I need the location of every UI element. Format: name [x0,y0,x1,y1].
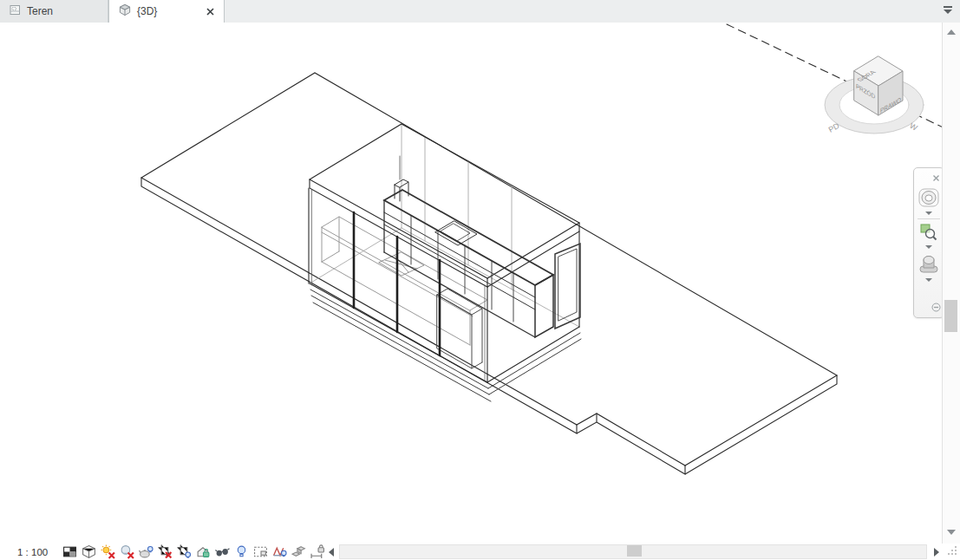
3d-mouse-dropdown-icon[interactable] [925,278,932,282]
temporary-view-properties-icon[interactable] [252,544,268,559]
tab-3d[interactable]: {3D} [108,0,225,23]
mullions [354,212,440,355]
close-icon[interactable] [206,7,215,16]
tab-label: Teren [27,5,53,17]
rendering-dialog-icon[interactable] [138,544,153,559]
tab-label: {3D} [137,5,157,17]
terrain-plate [141,73,837,474]
show-crop-region-icon[interactable] [176,544,192,559]
view-tab-bar: Teren {3D} [0,0,960,23]
displacement-sets-icon[interactable] [291,544,306,559]
window-resize-grip[interactable] [946,544,958,560]
scale-button[interactable]: 1 : 100 [17,547,48,557]
reveal-hidden-elements-icon[interactable] [233,544,249,559]
temporary-hide-isolate-icon[interactable] [214,544,230,559]
3d-view-icon [118,3,132,19]
scroll-down-icon[interactable] [947,530,956,535]
vertical-scroll-thumb[interactable] [944,300,957,332]
navigation-bar [913,167,943,318]
horizontal-scroll-thumb[interactable] [627,545,642,557]
drawing-area[interactable]: PD W GÓRA PRZÓD PRAWO [0,23,943,544]
horizontal-scrollbar[interactable] [339,544,927,559]
zoom-region-button[interactable] [918,222,939,243]
reveal-constraints-icon[interactable] [310,544,325,559]
door-frame [555,244,580,329]
sun-path-off-icon[interactable] [100,544,115,559]
model-wireframe: PD W GÓRA PRZÓD PRAWO [0,23,943,544]
shadows-off-icon[interactable] [119,544,134,559]
analytical-model-icon[interactable] [271,544,287,559]
navbar-close-icon[interactable] [932,170,940,186]
zoom-dropdown-icon[interactable] [925,245,932,249]
visual-style-icon[interactable] [81,544,96,559]
navbar-minimize-icon[interactable] [931,300,941,316]
tab-list-dropdown-icon[interactable] [943,5,953,16]
tab-teren[interactable]: Teren [0,0,108,23]
steering-wheel-dropdown-icon[interactable] [925,212,932,215]
scroll-right-icon[interactable] [934,548,939,557]
collapse-toolbar-icon[interactable] [329,548,334,557]
steering-wheel-button[interactable] [918,186,940,209]
vertical-scrollbar[interactable] [942,23,960,544]
scroll-up-icon[interactable] [947,29,956,35]
viewcube[interactable]: PD W GÓRA PRZÓD PRAWO [825,56,924,134]
3d-mouse-button[interactable] [918,251,940,276]
unlocked-3d-view-icon[interactable] [195,544,211,559]
building-shell [309,124,579,382]
crop-view-off-icon[interactable] [157,544,173,559]
detail-level-icon[interactable] [62,544,77,559]
view-control-bar: 1 : 100 [0,544,960,560]
site-plan-icon [9,3,22,19]
